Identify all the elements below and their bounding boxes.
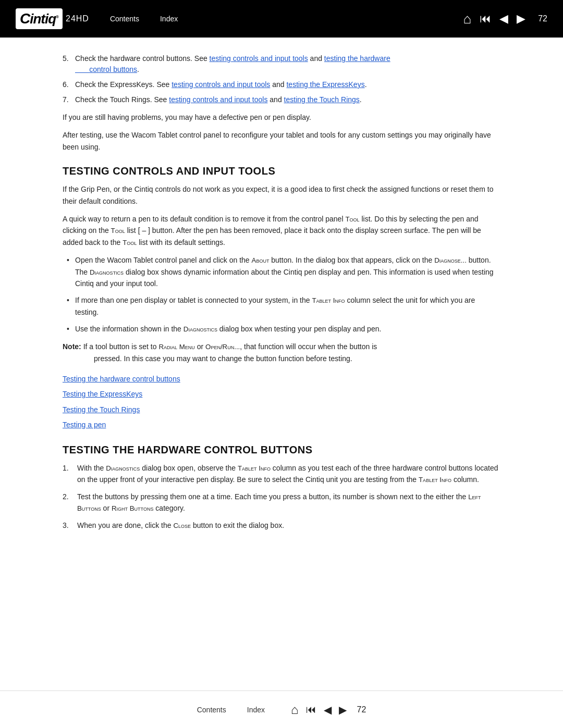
link-testing-controls-2[interactable]: testing controls and input tools (172, 80, 270, 89)
open-run-label: Open/Run... (205, 343, 240, 351)
bullet-item-2: If more than one pen display or tablet i… (63, 294, 500, 318)
tool-label-1: Tool (345, 215, 359, 223)
diagnose-label: Diagnose... (434, 256, 467, 264)
tool-label-3: Tool (123, 239, 137, 246)
header-left: Cintiq® 24HD Contents Index (16, 8, 178, 29)
nav-index-link[interactable]: Index (160, 15, 178, 23)
list-item-6-and: and (270, 80, 286, 89)
close-label: Close (173, 522, 191, 529)
intro-numbered-list: Check the hardware control buttons. See … (63, 53, 500, 105)
link-testing-expresskeys-2[interactable]: Testing the ExpressKeys (63, 388, 500, 401)
list-item-6-period: . (365, 80, 367, 89)
diagnostics-label-1: Diagnostics (90, 268, 124, 276)
nav-contents-link[interactable]: Contents (110, 15, 139, 23)
list-item-5: Check the hardware control buttons. See … (63, 53, 500, 75)
bullet-item-1: Open the Wacom Tablet control panel and … (63, 254, 500, 289)
link-list: Testing the hardware control buttons Tes… (63, 373, 500, 431)
footer-prev-icon[interactable]: ◀ (324, 704, 332, 716)
section2-item-1: With the Diagnostics dialog box open, ob… (63, 462, 500, 486)
link-testing-hardware-2[interactable]: Testing the hardware control buttons (63, 373, 500, 386)
diagnostics-label-2: Diagnostics (183, 325, 217, 333)
list-item-7-period: . (360, 95, 362, 104)
footer-next-icon[interactable]: ▶ (339, 704, 347, 716)
tool-label-2: Tool (111, 227, 125, 235)
tablet-info-label-2: Tablet Info (238, 464, 271, 472)
link-testing-controls-1[interactable]: testing controls and input tools (210, 54, 308, 63)
footer-index-link[interactable]: Index (247, 706, 265, 714)
para-reconfigure: After testing, use the Wacom Tablet cont… (63, 129, 500, 153)
link-testing-touch-rings-2[interactable]: Testing the Touch Rings (63, 403, 500, 416)
link-testing-controls-3[interactable]: testing controls and input tools (169, 95, 267, 104)
list-item-5-and: and (308, 54, 324, 63)
footer-icons: ⌂ ⏮ ◀ ▶ 72 (291, 702, 366, 717)
header-right: ⌂ ⏮ ◀ ▶ 72 (463, 11, 547, 27)
note-label: Note: If a tool button is set to Radial … (63, 342, 377, 351)
link-testing-touch-rings-1[interactable]: testing the Touch Rings (284, 95, 360, 104)
logo-model: 24HD (66, 14, 89, 23)
home-icon[interactable]: ⌂ (463, 11, 471, 27)
right-buttons-label: Right Buttons (112, 504, 154, 512)
section2-heading: Testing the Hardware Control Buttons (63, 444, 500, 456)
section1-heading: Testing Controls and Input Tools (63, 165, 500, 177)
list-item-7-text-before: Check the Touch Rings. See (75, 95, 169, 104)
tablet-info-label-3: Tablet Info (419, 476, 451, 484)
section1-para1: If the Grip Pen, or the Cintiq controls … (63, 183, 500, 207)
section2-item-2: Test the buttons by pressing them one at… (63, 491, 500, 514)
link-testing-pen[interactable]: Testing a pen (63, 418, 500, 431)
header: Cintiq® 24HD Contents Index ⌂ ⏮ ◀ ▶ 72 (0, 0, 563, 38)
footer-home-icon[interactable]: ⌂ (291, 702, 299, 717)
section2-item-3: When you are done, click the Close butto… (63, 520, 500, 531)
list-item-5-period: . (137, 65, 139, 73)
footer-nav: Contents Index (197, 706, 265, 714)
bullet-list: Open the Wacom Tablet control panel and … (63, 254, 500, 335)
note-indent-text: pressed. In this case you may want to ch… (63, 354, 352, 363)
about-label: About (252, 256, 270, 264)
page-number: 72 (538, 14, 547, 23)
logo: Cintiq® 24HD (16, 8, 89, 29)
section1-para2: A quick way to return a pen to its defau… (63, 213, 500, 248)
next-page-icon[interactable]: ▶ (517, 12, 525, 26)
first-page-icon[interactable]: ⏮ (480, 12, 491, 26)
link-testing-expresskeys-1[interactable]: testing the ExpressKeys (286, 80, 364, 89)
prev-page-icon[interactable]: ◀ (499, 12, 508, 26)
list-item-6: Check the ExpressKeys. See testing contr… (63, 79, 500, 90)
footer-first-icon[interactable]: ⏮ (306, 704, 316, 715)
note-block: Note: If a tool button is set to Radial … (63, 341, 500, 364)
footer-page-number: 72 (357, 705, 366, 714)
section2-list: With the Diagnostics dialog box open, ob… (63, 462, 500, 531)
list-item-7: Check the Touch Rings. See testing contr… (63, 94, 500, 105)
footer-contents-link[interactable]: Contents (197, 706, 226, 714)
list-item-7-and: and (267, 95, 284, 104)
header-nav: Contents Index (110, 15, 178, 23)
diagnostics-label-3: Diagnostics (106, 464, 140, 472)
bullet-item-3: Use the information shown in the Diagnos… (63, 323, 500, 335)
logo-box: Cintiq® (16, 8, 63, 29)
list-item-6-text-before: Check the ExpressKeys. See (75, 80, 172, 89)
main-content: Check the hardware control buttons. See … (31, 38, 532, 558)
footer: Contents Index ⌂ ⏮ ◀ ▶ 72 (0, 690, 563, 728)
tablet-info-label-1: Tablet Info (312, 297, 345, 304)
logo-cintiq-text: Cintiq® (20, 10, 58, 27)
list-item-5-text-before: Check the hardware control buttons. See (75, 54, 210, 63)
radial-menu-label: Radial Menu (158, 343, 194, 351)
para-defective: If you are still having problems, you ma… (63, 112, 500, 123)
